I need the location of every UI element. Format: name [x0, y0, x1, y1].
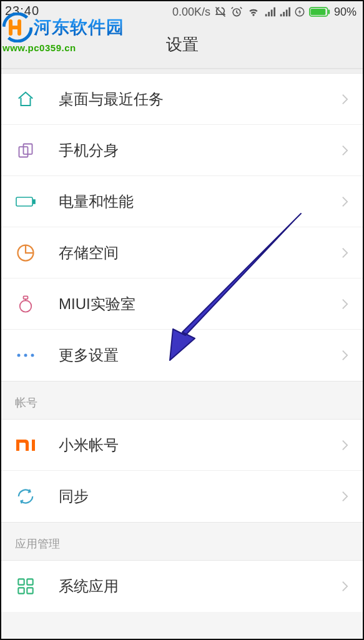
sync-icon [15, 486, 36, 507]
clone-icon [15, 140, 36, 161]
svg-point-12 [20, 300, 31, 312]
svg-rect-9 [16, 197, 32, 206]
item-label: 存储空间 [59, 243, 341, 263]
settings-group-0: 桌面与最近任务 手机分身 电量和性能 存储空间 [1, 74, 363, 381]
chevron-right-icon [341, 490, 349, 503]
item-battery-perf[interactable]: 电量和性能 [1, 176, 363, 227]
svg-point-17 [31, 354, 34, 357]
item-label: 桌面与最近任务 [59, 89, 341, 109]
section-header-account: 帐号 [1, 381, 363, 420]
chevron-right-icon [341, 92, 349, 106]
item-mi-account[interactable]: 小米帐号 [1, 420, 363, 471]
item-storage[interactable]: 存储空间 [1, 227, 363, 278]
item-sync[interactable]: 同步 [1, 471, 363, 522]
settings-group-2: 系统应用 [1, 561, 363, 612]
item-miui-lab[interactable]: MIUI实验室 [1, 278, 363, 330]
item-system-apps[interactable]: 系统应用 [1, 561, 363, 612]
svg-rect-21 [27, 588, 32, 593]
chevron-right-icon [341, 348, 349, 362]
chevron-right-icon [341, 195, 349, 209]
storage-icon [15, 242, 36, 263]
chevron-right-icon [341, 297, 349, 311]
charging-icon [294, 6, 305, 17]
svg-point-15 [17, 354, 21, 357]
wifi-icon [247, 6, 260, 18]
status-bar: 23:40 0.00K/s [1, 1, 363, 22]
mi-icon [15, 435, 36, 456]
item-more-settings[interactable]: 更多设置 [1, 330, 363, 381]
svg-rect-4 [311, 9, 326, 15]
item-desktop-recent[interactable]: 桌面与最近任务 [1, 74, 363, 125]
battery-icon [15, 191, 36, 212]
status-time: 23:40 [5, 4, 39, 18]
more-icon [15, 345, 36, 366]
svg-point-16 [24, 354, 27, 357]
alarm-icon [230, 6, 243, 18]
home-icon [15, 89, 36, 110]
chevron-right-icon [341, 438, 349, 452]
item-label: 同步 [59, 486, 341, 506]
chevron-right-icon [341, 246, 349, 260]
svg-rect-10 [33, 200, 35, 204]
svg-rect-13 [24, 296, 28, 299]
chevron-right-icon [341, 144, 349, 157]
item-label: 小米帐号 [59, 435, 341, 455]
net-speed: 0.00K/s [172, 6, 210, 19]
svg-rect-5 [328, 10, 330, 14]
divider [1, 69, 363, 74]
signal-1-icon [264, 6, 275, 17]
svg-rect-20 [18, 588, 24, 593]
item-label: 电量和性能 [59, 192, 341, 212]
item-second-space[interactable]: 手机分身 [1, 125, 363, 176]
item-label: 更多设置 [59, 345, 341, 365]
chevron-right-icon [341, 579, 349, 593]
settings-group-1: 小米帐号 同步 [1, 420, 363, 522]
item-label: 手机分身 [59, 140, 341, 160]
battery-icon [309, 6, 330, 17]
signal-2-icon [279, 6, 290, 17]
battery-percent: 90% [334, 6, 357, 19]
dnd-icon [214, 6, 227, 18]
section-header-apps: 应用管理 [1, 522, 363, 561]
svg-rect-19 [27, 579, 32, 584]
page-title: 设置 [1, 22, 363, 69]
status-icons: 0.00K/s [172, 6, 357, 19]
item-label: 系统应用 [59, 576, 341, 596]
lab-icon [15, 293, 36, 315]
svg-rect-18 [18, 579, 24, 584]
apps-icon [15, 576, 36, 597]
item-label: MIUI实验室 [59, 294, 341, 314]
